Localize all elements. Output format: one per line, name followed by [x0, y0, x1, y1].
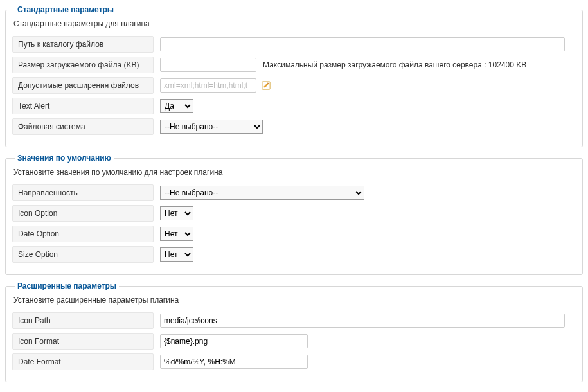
row-upload-size: Размер загружаемого файла (KB) Максималь…: [12, 57, 576, 73]
standard-legend: Стандартные параметры: [15, 5, 116, 14]
row-extensions: Допустимые расширения файлов: [12, 77, 576, 94]
select-icon-option[interactable]: НетДа: [160, 206, 193, 220]
label-size-option: Size Option: [12, 246, 154, 263]
label-date-format: Date Format: [12, 353, 154, 370]
select-date-option[interactable]: НетДа: [160, 227, 193, 241]
row-icon-path: Icon Path: [12, 312, 576, 329]
row-size-option: Size Option НетДа: [12, 246, 576, 263]
advanced-legend: Расширенные параметры: [15, 281, 119, 290]
label-icon-option: Icon Option: [12, 205, 154, 222]
standard-params-fieldset: Стандартные параметры Стандартные параме…: [5, 5, 583, 147]
select-filesystem[interactable]: --Не выбрано--: [160, 120, 263, 134]
label-dir-path: Путь к каталогу файлов: [12, 36, 154, 53]
select-direction[interactable]: --Не выбрано--: [160, 186, 364, 200]
input-icon-format[interactable]: [160, 334, 308, 348]
label-filesystem: Файловая система: [12, 118, 154, 135]
upload-size-hint: Максимальный размер загружаемого файла в…: [263, 60, 526, 69]
label-icon-format: Icon Format: [12, 333, 154, 350]
label-extensions: Допустимые расширения файлов: [12, 77, 154, 94]
row-date-format: Date Format: [12, 353, 576, 370]
select-size-option[interactable]: НетДа: [160, 247, 193, 262]
label-text-alert: Text Alert: [12, 98, 154, 114]
input-date-format[interactable]: [160, 355, 308, 369]
input-extensions[interactable]: [160, 78, 256, 93]
input-dir-path[interactable]: [160, 37, 565, 51]
standard-desc: Стандартные параметры для плагина: [13, 19, 576, 28]
row-text-alert: Text Alert ДаНет: [12, 98, 576, 114]
row-icon-format: Icon Format: [12, 333, 576, 350]
edit-icon[interactable]: [262, 81, 271, 91]
advanced-fieldset: Расширенные параметры Установите расшире…: [5, 281, 583, 382]
row-date-option: Date Option НетДа: [12, 226, 576, 242]
input-icon-path[interactable]: [160, 314, 565, 328]
row-dir-path: Путь к каталогу файлов: [12, 36, 576, 53]
defaults-fieldset: Значения по умолчанию Установите значени…: [5, 154, 583, 275]
input-upload-size[interactable]: [160, 58, 256, 72]
row-direction: Направленность --Не выбрано--: [12, 184, 576, 201]
advanced-desc: Установите расширенные параметры плагина: [13, 296, 576, 305]
defaults-legend: Значения по умолчанию: [15, 154, 114, 163]
label-upload-size: Размер загружаемого файла (KB): [12, 57, 154, 73]
label-direction: Направленность: [12, 184, 154, 201]
defaults-desc: Установите значения по умолчанию для нас…: [13, 168, 576, 177]
select-text-alert[interactable]: ДаНет: [160, 99, 193, 113]
label-date-option: Date Option: [12, 226, 154, 242]
row-filesystem: Файловая система --Не выбрано--: [12, 118, 576, 135]
label-icon-path: Icon Path: [12, 312, 154, 329]
row-icon-option: Icon Option НетДа: [12, 205, 576, 222]
